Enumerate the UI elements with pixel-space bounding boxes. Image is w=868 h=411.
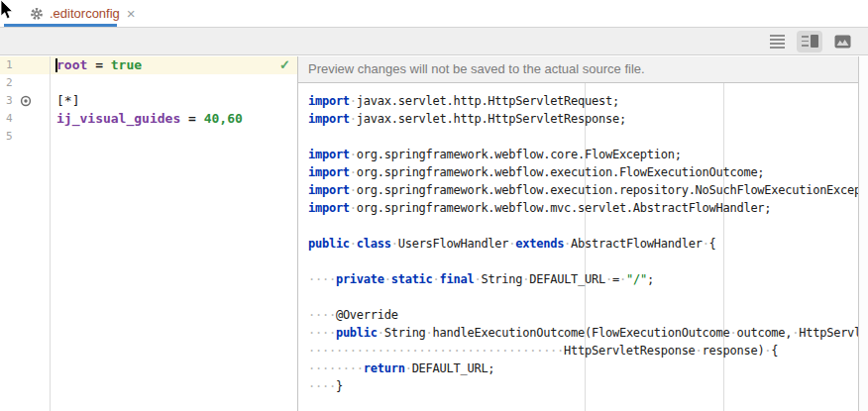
code-segment: String	[384, 326, 426, 340]
code-segment: [*]	[56, 93, 79, 108]
code-line: ····public·String·handleExecutionOutcome…	[308, 324, 858, 342]
tab-editorconfig[interactable]: .editorconfig ×	[0, 0, 136, 27]
line-number: 1	[0, 56, 50, 74]
code-segment: import	[308, 94, 350, 108]
code-line	[308, 217, 858, 235]
code-segment: ·	[405, 361, 412, 375]
code-line: ·····································Htt…	[308, 342, 858, 360]
code-line: ········return·DEFAULT_URL;	[308, 360, 858, 377]
editorconfig-editor-pane[interactable]: 1root = true✓23[*]4ij_visual_guides = 40…	[0, 56, 297, 411]
inspection-check-icon[interactable]: ✓	[279, 56, 290, 74]
code-segment: org.springframework.webflow.execution.Fl…	[357, 165, 765, 179]
code-segment: UsersFlowHandler	[398, 237, 509, 251]
code-line: import·javax.servlet.http.HttpServletReq…	[308, 92, 858, 110]
code-segment: ·	[350, 165, 357, 179]
code-segment: org.springframework.webflow.mvc.servlet.…	[357, 201, 771, 215]
text-caret	[55, 58, 57, 72]
code-line	[308, 128, 858, 146]
code-line: import·org.springframework.webflow.mvc.s…	[308, 199, 858, 217]
code-segment: outcome,	[737, 326, 793, 340]
code-segment: {	[771, 344, 778, 358]
code-segment: javax.servlet.http.HttpServletResponse;	[357, 112, 626, 126]
tab-title: .editorconfig	[50, 6, 120, 21]
code-segment: private	[336, 272, 384, 286]
code-segment: import	[308, 201, 350, 215]
editor-line-text: [*]	[50, 92, 79, 110]
mouse-cursor	[0, 0, 14, 20]
tab-close-icon[interactable]: ×	[127, 6, 136, 21]
gutter-separator	[50, 56, 51, 411]
code-segment: DEFAULT_URL;	[412, 361, 495, 375]
code-segment: AbstractFlowHandler	[571, 237, 703, 251]
code-segment: ·	[703, 237, 709, 251]
code-segment: ·	[433, 272, 440, 286]
view-mode-preview-button[interactable]	[829, 31, 855, 52]
code-line: ····@Override	[308, 306, 858, 324]
code-segment: class	[357, 237, 391, 251]
code-segment: ij_visual_guides	[56, 111, 180, 126]
active-tab-indicator	[4, 24, 117, 27]
code-segment: {	[709, 237, 716, 251]
code-segment: handleExecutionOutcome(FlowExecutionOutc…	[433, 326, 730, 340]
editor-line[interactable]: 3[*]	[0, 92, 297, 110]
list-lines-icon	[770, 35, 785, 49]
editor-line[interactable]: 5	[0, 128, 297, 146]
image-preview-icon	[834, 35, 851, 49]
code-line: import·org.springframework.webflow.core.…	[308, 146, 858, 163]
code-segment: ·	[378, 326, 384, 340]
code-line: import·org.springframework.webflow.execu…	[308, 163, 858, 181]
editorconfig-gear-icon	[30, 7, 44, 21]
editor-line[interactable]: 1root = true✓	[0, 56, 297, 74]
code-lines: import·javax.servlet.http.HttpServletReq…	[308, 92, 858, 395]
code-segment: ·	[350, 94, 357, 108]
code-segment: public	[308, 237, 350, 251]
code-segment: ·	[730, 326, 737, 340]
code-segment: String	[481, 272, 522, 286]
tab-bar: .editorconfig ×	[0, 0, 868, 28]
code-segment: HttpServletResponse	[564, 344, 696, 358]
code-segment: ····	[308, 379, 336, 393]
code-segment: import	[308, 183, 350, 197]
code-line: ····}	[308, 377, 858, 395]
code-segment: ·····································	[308, 344, 564, 358]
code-segment: final	[440, 272, 475, 286]
code-line: public·class·UsersFlowHandler·extends·Ab…	[308, 235, 858, 253]
code-segment: ·	[391, 237, 398, 251]
code-segment: }	[336, 379, 343, 393]
code-line: ····private·static·final·String·DEFAULT_…	[308, 270, 858, 288]
code-segment: true	[111, 57, 142, 72]
code-segment: ·	[605, 272, 612, 286]
code-segment: 40,60	[204, 111, 243, 126]
editor-line-text: ij_visual_guides = 40,60	[50, 110, 243, 128]
code-area: import·javax.servlet.http.HttpServletReq…	[298, 83, 858, 411]
eye-icon[interactable]	[20, 95, 32, 107]
code-segment: =	[180, 111, 203, 126]
code-segment: ·	[350, 112, 357, 126]
code-segment: "/"	[626, 272, 647, 286]
view-mode-split-button[interactable]	[797, 31, 822, 52]
preview-pane: Preview changes will not be saved to the…	[297, 56, 858, 411]
scrollbar-track[interactable]	[858, 56, 868, 411]
code-segment: ·	[426, 326, 433, 340]
code-segment: public	[336, 326, 378, 340]
code-segment: DEFAULT_URL	[529, 272, 605, 286]
code-segment: org.springframework.webflow.execution.re…	[357, 183, 858, 197]
line-number: 5	[0, 128, 50, 146]
code-line	[308, 253, 858, 270]
code-line: import·javax.servlet.http.HttpServletRes…	[308, 110, 858, 128]
editor-line[interactable]: 2	[0, 74, 297, 92]
code-segment: =	[612, 272, 619, 286]
code-segment: response)	[703, 344, 765, 358]
editor-rows: 1root = true✓23[*]4ij_visual_guides = 40…	[0, 56, 297, 146]
line-number: 4	[0, 110, 50, 128]
editor-line-text: root = true	[50, 56, 142, 74]
code-segment: ;	[647, 272, 654, 286]
view-mode-editor-button[interactable]	[764, 31, 790, 52]
code-segment: return	[364, 361, 405, 375]
editor-area: 1root = true✓23[*]4ij_visual_guides = 40…	[0, 56, 868, 411]
code-segment: ·	[696, 344, 703, 358]
code-segment: extends	[515, 237, 564, 251]
ide-window: .editorconfig × 1root = true✓23[*]4ij_	[0, 0, 868, 411]
code-segment: static	[391, 272, 433, 286]
editor-line[interactable]: 4ij_visual_guides = 40,60	[0, 110, 297, 128]
